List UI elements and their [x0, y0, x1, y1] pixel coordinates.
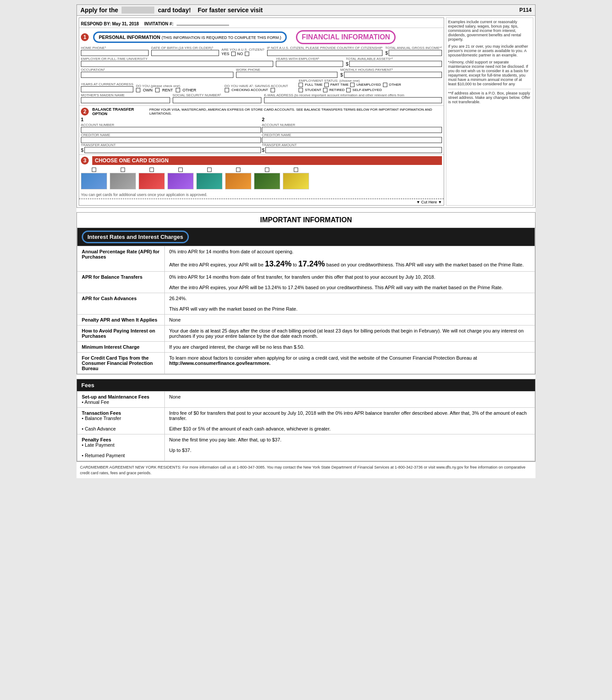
no-checkbox[interactable]: [245, 52, 249, 56]
penalty-fees-value-cell: None the first time you pay late. After …: [165, 434, 535, 461]
retired-checkbox[interactable]: [323, 88, 327, 92]
email-input[interactable]: [264, 97, 442, 103]
min-interest-value-cell: If you are charged interest, the charge …: [165, 342, 535, 353]
years-address-group: YEARS AT CURRENT ADDRESS: [81, 82, 133, 92]
card-design-3[interactable]: [139, 168, 165, 189]
ssn-label: SOCIAL SECURITY NUMBER¹: [173, 93, 262, 97]
transfer-amount-input-row-1: $: [81, 147, 261, 153]
years-address-input[interactable]: [81, 86, 133, 92]
transaction-fees-label-cell: Transaction Fees • Balance Transfer • Ca…: [77, 408, 165, 434]
card-design-1[interactable]: [81, 168, 107, 189]
rent-checkbox[interactable]: [155, 88, 160, 92]
employment-checkboxes-row2: STUDENT RETIRED SELF-EMPLOYED: [299, 88, 442, 92]
other-checkbox[interactable]: [176, 88, 180, 92]
card-design-3-checkbox[interactable]: [150, 168, 154, 172]
dob-input[interactable]: [151, 50, 219, 56]
card-design-8-checkbox[interactable]: [294, 168, 298, 172]
fulltime-checkbox[interactable]: [299, 83, 303, 87]
form-top-row: RESPOND BY: May 31, 2018 INVITATION #:: [79, 18, 444, 28]
card-design-7[interactable]: [254, 168, 280, 189]
balance-transfer-header: 2 BALANCE TRANSFER OPTION FROM YOUR VISA…: [81, 107, 442, 116]
apr-purchases-high: 17.24%: [298, 259, 325, 268]
yes-checkbox[interactable]: [231, 52, 236, 56]
apr-cash-rate: 26.24%.: [169, 296, 187, 301]
account-number-input-2[interactable]: [262, 127, 442, 133]
yes-label: YES: [222, 52, 230, 56]
card-design-2[interactable]: [110, 168, 136, 189]
card-design-5-checkbox[interactable]: [207, 168, 212, 172]
interest-header-oval: Interest Rates and Interest Charges: [82, 231, 189, 243]
work-phone-input[interactable]: [236, 72, 338, 78]
account-number-input-1[interactable]: [81, 127, 261, 133]
card-design-7-checkbox[interactable]: [265, 168, 269, 172]
income-input[interactable]: [389, 50, 442, 56]
cfpb-value-cell: To learn more about factors to consider …: [165, 353, 535, 374]
years-employer-input[interactable]: [276, 61, 343, 67]
account-number-label-2: ACCOUNT NUMBER: [262, 123, 442, 127]
creditor-name-group-2: CREDITOR NAME: [262, 133, 442, 143]
student-checkbox[interactable]: [299, 88, 303, 92]
cfpb-label: For Credit Card Tips from the Consumer F…: [82, 355, 153, 371]
card-design-6[interactable]: [225, 168, 251, 189]
work-phone-label: WORK PHONE: [236, 68, 338, 72]
transaction-fees-row: Transaction Fees • Balance Transfer • Ca…: [77, 408, 535, 434]
card-design-1-checkbox[interactable]: [92, 168, 96, 172]
total-income-input-row: $: [385, 50, 442, 56]
transaction-fees-label: Transaction Fees: [82, 410, 121, 416]
transfer-amount-input-1[interactable]: [84, 147, 261, 153]
us-citizen-group: ARE YOU A U.S. CITIZEN? YES NO: [222, 48, 264, 56]
self-employed-label: SELF-EMPLOYED: [352, 88, 382, 92]
card-design-8[interactable]: [283, 168, 309, 189]
ssn-input[interactable]: [173, 97, 262, 103]
late-payment-sub: • Late Payment: [82, 442, 115, 448]
parttime-checkbox[interactable]: [324, 83, 329, 87]
occupation-input[interactable]: [81, 72, 233, 78]
country-input[interactable]: [267, 50, 383, 56]
monthly-housing-label: MONTHLY HOUSING PAYMENT¹: [340, 68, 442, 72]
own-checkbox[interactable]: [136, 88, 140, 92]
setup-fees-label: Set-up and Maintenance Fees: [82, 394, 150, 399]
section1-note: (THIS INFORMATION IS REQUIRED TO COMPLET…: [162, 35, 281, 40]
no-label: NO: [237, 52, 243, 56]
apr-balance-label-cell: APR for Balance Transfers: [77, 272, 165, 293]
fees-table: Set-up and Maintenance Fees • Annual Fee…: [77, 391, 535, 461]
card-design-4-checkbox[interactable]: [178, 168, 183, 172]
checking-checkbox[interactable]: [271, 88, 275, 92]
assets-input[interactable]: [349, 61, 442, 67]
cfpb-link[interactable]: http://www.consumerfinance.gov/learnmore…: [169, 360, 271, 366]
creditor-name-input-2[interactable]: [262, 137, 442, 143]
card-design-2-checkbox[interactable]: [121, 168, 125, 172]
housing-input[interactable]: [344, 72, 442, 78]
self-employed-checkbox[interactable]: [346, 88, 351, 92]
maiden-name-input[interactable]: [81, 97, 170, 103]
income-dollar: $: [385, 50, 388, 56]
cut-here: ▼ Cut Here ▼: [79, 199, 444, 205]
balance-num-1: 1: [81, 117, 261, 122]
card-design-6-checkbox[interactable]: [236, 168, 240, 172]
card-design-5[interactable]: [196, 168, 223, 189]
savings-checkbox[interactable]: [225, 88, 229, 92]
other-status-checkbox[interactable]: [383, 83, 387, 87]
section-3: 3 CHOOSE ONE CARD DESIGN: [79, 155, 444, 192]
total-assets-group: TOTAL AVAILABLE ASSETS*¹ $: [346, 57, 442, 67]
additional-users-note: You can get cards for additional users o…: [79, 192, 444, 198]
employment-checkboxes: FULL TIME PART TIME UNEMPLOYED OTHER: [299, 83, 442, 87]
important-info-header: IMPORTANT INFORMATION: [77, 213, 535, 228]
cash-advance-value: Either $10 or 5% of the amount of each c…: [169, 426, 330, 431]
home-phone-input[interactable]: [81, 50, 149, 56]
transfer-amount-input-2[interactable]: [265, 147, 442, 153]
penalty-apr-label-cell: Penalty APR and When It Applies: [77, 315, 165, 326]
unemployed-checkbox[interactable]: [350, 83, 355, 87]
card-design-4[interactable]: [167, 168, 194, 189]
employment-status-label: EMPLOYMENT STATUS: (choose one): [299, 79, 442, 83]
financial-info-label: FINANCIAL INFORMATION: [302, 33, 390, 41]
creditor-name-input-1[interactable]: [81, 137, 261, 143]
avoid-interest-label: How to Avoid Paying Interest on Purchase…: [82, 328, 155, 339]
invitation-number-field[interactable]: [177, 19, 229, 25]
apr-cash-note: This APR will vary with the market based…: [169, 306, 297, 312]
own-label: DO YOU (please check one): [136, 84, 222, 88]
setup-fees-label-cell: Set-up and Maintenance Fees • Annual Fee: [77, 392, 165, 408]
employer-input[interactable]: [81, 61, 273, 67]
avoid-interest-label-cell: How to Avoid Paying Interest on Purchase…: [77, 326, 165, 342]
personal-info-oval: PERSONAL INFORMATION (THIS INFORMATION I…: [93, 32, 287, 43]
